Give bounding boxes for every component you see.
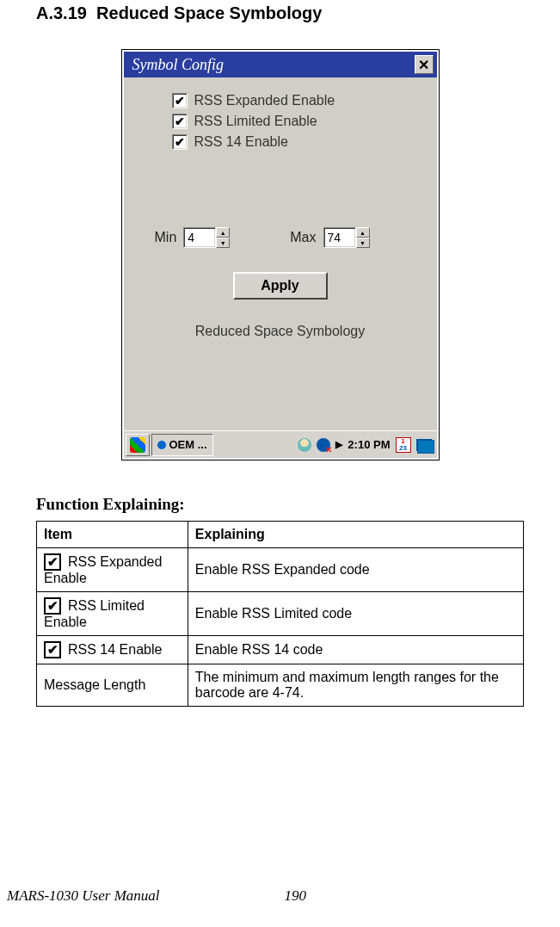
table-header-explaining: Explaining <box>188 522 523 548</box>
taskbar: OEM ... ▶ 2:10 PM 1 23 <box>124 430 437 458</box>
min-max-row: Min 4 ▲ ▼ Max 74 ▲ ▼ <box>155 227 427 248</box>
max-spin-up[interactable]: ▲ <box>356 227 370 238</box>
table-explain-cell: Enable RSS 14 code <box>188 636 523 664</box>
checkbox-row-rss-limited[interactable]: ✔ RSS Limited Enable <box>172 114 427 129</box>
tray-arrow-icon[interactable]: ▶ <box>335 439 342 450</box>
dialog-window: Symbol Config ✕ ✔ RSS Expanded Enable ✔ … <box>124 52 437 458</box>
window-title: Symbol Config <box>132 56 415 74</box>
max-group: Max 74 ▲ ▼ <box>290 227 369 248</box>
footer-page-number: 190 <box>285 887 307 905</box>
task-icon <box>157 441 166 449</box>
calendar-bottom: 23 <box>399 445 407 452</box>
dialog-caption: Reduced Space Symbology <box>134 324 427 339</box>
table-item-cell: Message Length <box>37 664 188 707</box>
close-button[interactable]: ✕ <box>415 55 434 74</box>
start-button[interactable] <box>126 434 150 456</box>
apply-label: Apply <box>261 278 298 294</box>
table-item-cell: ✔RSS 14 Enable <box>37 636 188 664</box>
clock[interactable]: 2:10 PM <box>348 438 390 451</box>
section-title: Reduced Space Symbology <box>96 3 322 22</box>
max-spinner: ▲ ▼ <box>356 227 370 248</box>
table-row: Message Length The minimum and maximum l… <box>37 664 524 707</box>
min-input[interactable]: 4 <box>183 227 216 248</box>
system-tray: ▶ 2:10 PM 1 23 <box>294 437 434 453</box>
apply-button[interactable]: Apply <box>233 272 328 300</box>
page-footer: MARS-1030 User Manual 190 <box>0 887 560 905</box>
table-row: ✔RSS Expanded Enable Enable RSS Expanded… <box>37 548 524 592</box>
checkbox-icon: ✔ <box>172 93 188 108</box>
checkbox-icon: ✔ <box>44 597 61 615</box>
function-explaining-heading: Function Explaining: <box>36 495 524 514</box>
table-explain-cell: The minimum and maximum length ranges fo… <box>188 664 523 707</box>
table-item-cell: ✔RSS Limited Enable <box>37 592 188 636</box>
min-spinner: ▲ ▼ <box>216 227 230 248</box>
screenshot-frame: Symbol Config ✕ ✔ RSS Expanded Enable ✔ … <box>121 49 440 460</box>
checkbox-row-rss-expanded[interactable]: ✔ RSS Expanded Enable <box>172 93 427 108</box>
task-label: OEM ... <box>169 438 207 451</box>
checkbox-label: RSS 14 Enable <box>194 134 288 150</box>
min-spin-down[interactable]: ▼ <box>216 238 230 248</box>
min-spin-up[interactable]: ▲ <box>216 227 230 238</box>
close-icon: ✕ <box>418 57 429 73</box>
checkbox-icon: ✔ <box>44 641 61 658</box>
checkbox-row-rss-14[interactable]: ✔ RSS 14 Enable <box>172 134 427 150</box>
cascade-windows-icon[interactable] <box>416 439 432 451</box>
table-item-text: RSS Expanded Enable <box>44 554 162 585</box>
table-explain-cell: Enable RSS Expanded code <box>188 548 523 592</box>
checkbox-label: RSS Expanded Enable <box>194 93 335 108</box>
section-number: A.3.19 <box>36 3 87 22</box>
checkbox-icon: ✔ <box>172 114 188 129</box>
min-value: 4 <box>188 231 194 244</box>
table-item-text: RSS 14 Enable <box>68 642 162 657</box>
max-input[interactable]: 74 <box>323 227 356 248</box>
user-icon[interactable] <box>298 438 311 452</box>
network-disconnected-icon[interactable] <box>317 438 330 452</box>
checkbox-label: RSS Limited Enable <box>194 114 317 129</box>
min-label: Min <box>155 230 177 245</box>
windows-flag-icon <box>130 437 145 453</box>
checkbox-icon: ✔ <box>44 553 61 571</box>
table-header-item: Item <box>37 522 188 548</box>
min-group: Min 4 ▲ ▼ <box>155 227 231 248</box>
function-table: Item Explaining ✔RSS Expanded Enable Ena… <box>36 521 524 707</box>
max-label: Max <box>290 230 316 245</box>
table-item-cell: ✔RSS Expanded Enable <box>37 548 188 592</box>
calendar-icon[interactable]: 1 23 <box>396 437 411 453</box>
titlebar: Symbol Config ✕ <box>124 52 437 77</box>
footer-manual-name: MARS-1030 User Manual <box>7 887 160 905</box>
table-row: ✔RSS Limited Enable Enable RSS Limited c… <box>37 592 524 636</box>
section-heading: A.3.19 Reduced Space Symbology <box>36 3 524 23</box>
table-header-row: Item Explaining <box>37 522 524 548</box>
table-row: ✔RSS 14 Enable Enable RSS 14 code <box>37 636 524 664</box>
checkbox-icon: ✔ <box>172 134 188 150</box>
table-explain-cell: Enable RSS Limited code <box>188 592 523 636</box>
max-value: 74 <box>328 231 342 244</box>
max-spin-down[interactable]: ▼ <box>356 238 370 248</box>
dialog-body: ✔ RSS Expanded Enable ✔ RSS Limited Enab… <box>124 77 437 430</box>
taskbar-task-oem[interactable]: OEM ... <box>151 434 213 456</box>
